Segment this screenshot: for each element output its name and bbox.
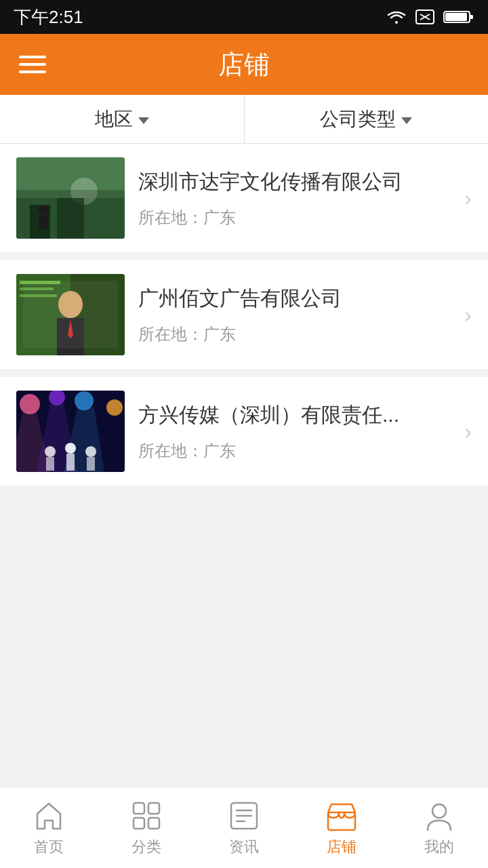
- svg-rect-13: [16, 274, 125, 355]
- profile-icon: [422, 799, 456, 833]
- store-list: 深圳市达宇文化传播有限公司 所在地：广东 › 广州佰文广告有限公司 所在地：: [0, 144, 488, 787]
- store-icon: [325, 799, 359, 833]
- region-dropdown-arrow: [138, 117, 149, 124]
- svg-rect-18: [20, 281, 60, 284]
- nav-label-mine: 我的: [424, 837, 454, 857]
- store-chevron-3: ›: [464, 419, 472, 444]
- signal-icon: [415, 9, 435, 25]
- svg-rect-32: [66, 454, 75, 471]
- store-info-1: 深圳市达宇文化传播有限公司 所在地：广东: [125, 168, 464, 229]
- nav-label-category: 分类: [131, 837, 161, 857]
- nav-item-news[interactable]: 资讯: [195, 787, 293, 868]
- company-type-filter-button[interactable]: 公司类型: [245, 95, 489, 143]
- store-thumbnail-2: [16, 274, 125, 355]
- svg-point-33: [85, 446, 96, 457]
- store-thumb-image-3: [16, 391, 125, 472]
- svg-rect-43: [328, 812, 355, 830]
- store-name-3: 方兴传媒（深圳）有限责任...: [138, 401, 451, 428]
- category-icon: [129, 799, 163, 833]
- svg-point-8: [70, 178, 98, 205]
- svg-rect-37: [134, 818, 144, 829]
- svg-point-24: [75, 391, 94, 410]
- battery-icon: [443, 9, 474, 25]
- svg-rect-20: [20, 294, 57, 297]
- status-time: 下午2:51: [14, 5, 83, 29]
- region-filter-label: 地区: [95, 106, 133, 132]
- wifi-icon: [386, 9, 407, 25]
- store-thumbnail-3: [16, 391, 125, 472]
- svg-rect-19: [20, 288, 54, 290]
- svg-rect-10: [57, 198, 84, 239]
- bottom-navigation: 首页 分类 资讯 店铺: [0, 787, 488, 868]
- store-item-3[interactable]: 方兴传媒（深圳）有限责任... 所在地：广东 ›: [0, 377, 488, 486]
- store-location-3: 所在地：广东: [138, 440, 451, 462]
- store-info-2: 广州佰文广告有限公司 所在地：广东: [125, 285, 464, 345]
- store-name-2: 广州佰文广告有限公司: [138, 285, 451, 311]
- nav-item-store[interactable]: 店铺: [293, 787, 390, 868]
- svg-rect-16: [57, 318, 84, 355]
- store-name-1: 深圳市达宇文化传播有限公司: [138, 168, 451, 195]
- svg-point-44: [432, 804, 446, 818]
- svg-rect-14: [16, 274, 70, 355]
- store-location-2: 所在地：广东: [138, 323, 451, 345]
- svg-point-25: [106, 399, 123, 416]
- store-info-3: 方兴传媒（深圳）有限责任... 所在地：广东: [125, 401, 464, 462]
- status-bar: 下午2:51: [0, 0, 488, 34]
- menu-button[interactable]: [19, 56, 46, 73]
- svg-rect-34: [87, 457, 95, 471]
- svg-rect-6: [16, 157, 125, 239]
- nav-label-store: 店铺: [327, 837, 357, 857]
- svg-rect-9: [30, 205, 50, 239]
- store-item-1[interactable]: 深圳市达宇文化传播有限公司 所在地：广东 ›: [0, 144, 488, 252]
- store-chevron-2: ›: [464, 302, 472, 328]
- svg-rect-38: [148, 818, 159, 829]
- nav-label-news: 资讯: [229, 837, 259, 857]
- nav-item-mine[interactable]: 我的: [390, 787, 488, 868]
- svg-rect-7: [16, 198, 125, 239]
- store-thumbnail-1: [16, 157, 125, 239]
- svg-point-29: [45, 446, 56, 457]
- svg-rect-35: [134, 803, 144, 814]
- svg-rect-5: [445, 13, 467, 21]
- svg-marker-17: [68, 320, 73, 338]
- store-thumb-image-2: [16, 274, 125, 355]
- svg-point-15: [58, 291, 83, 318]
- company-type-filter-label: 公司类型: [320, 106, 396, 132]
- svg-rect-36: [148, 803, 159, 814]
- svg-rect-12: [39, 216, 48, 229]
- svg-rect-30: [46, 457, 54, 471]
- page-title: 店铺: [218, 47, 270, 82]
- svg-rect-4: [470, 15, 473, 19]
- news-icon: [227, 799, 261, 833]
- store-item-2[interactable]: 广州佰文广告有限公司 所在地：广东 ›: [0, 260, 488, 369]
- nav-label-home: 首页: [34, 837, 64, 857]
- region-filter-button[interactable]: 地区: [0, 95, 245, 143]
- company-type-dropdown-arrow: [401, 117, 412, 124]
- store-chevron-1: ›: [464, 186, 472, 211]
- nav-item-category[interactable]: 分类: [98, 787, 195, 868]
- store-location-1: 所在地：广东: [138, 207, 451, 229]
- svg-point-31: [65, 443, 76, 454]
- home-icon: [32, 799, 66, 833]
- store-thumb-image-1: [16, 157, 125, 239]
- status-icons: [386, 9, 474, 25]
- filter-bar: 地区 公司类型: [0, 95, 488, 144]
- nav-item-home[interactable]: 首页: [0, 787, 98, 868]
- header: 店铺: [0, 34, 488, 95]
- svg-point-11: [38, 205, 49, 216]
